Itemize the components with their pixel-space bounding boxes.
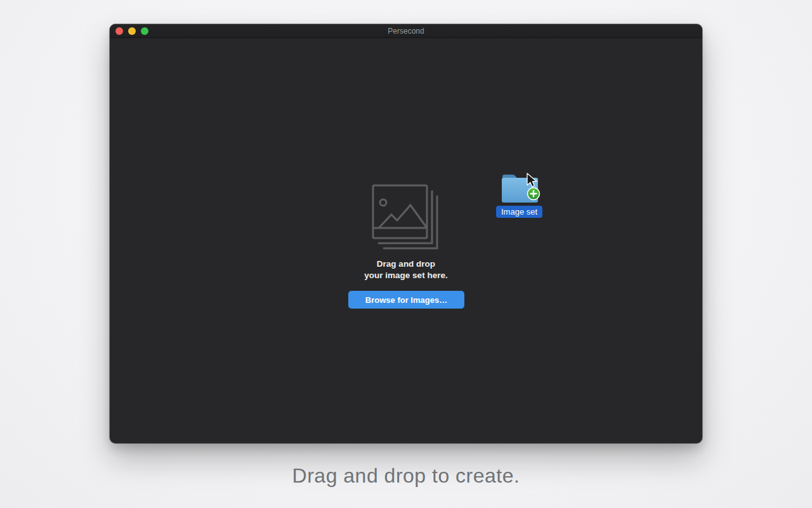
window-titlebar[interactable]: Persecond bbox=[110, 24, 702, 38]
page-caption: Drag and drop to create. bbox=[0, 464, 812, 488]
image-stack-icon bbox=[371, 184, 441, 252]
drop-instructions: Drag and drop your image set here. bbox=[110, 258, 702, 281]
drag-item-image-set[interactable]: Image set bbox=[490, 170, 554, 221]
image-dropzone[interactable]: Drag and drop your image set here. Brows… bbox=[110, 38, 702, 443]
cursor-icon bbox=[526, 173, 537, 188]
browse-for-images-button[interactable]: Browse for Images… bbox=[348, 291, 464, 309]
window-title: Persecond bbox=[110, 24, 702, 38]
drop-instructions-line1: Drag and drop bbox=[110, 258, 702, 270]
add-badge-icon bbox=[528, 188, 540, 200]
app-window: Persecond Drag and drop your image set h… bbox=[110, 24, 702, 443]
drag-item-label: Image set bbox=[496, 206, 542, 218]
drop-instructions-line2: your image set here. bbox=[110, 270, 702, 281]
